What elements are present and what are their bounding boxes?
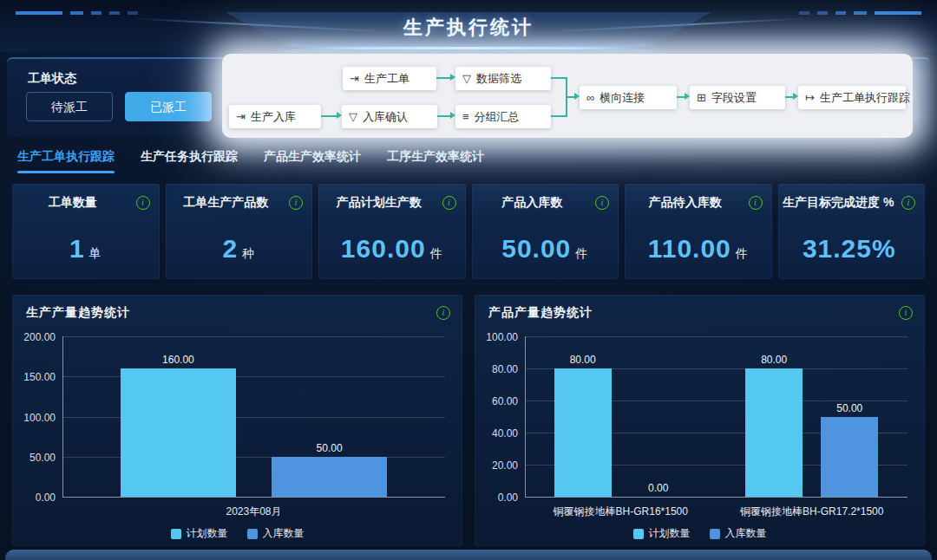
info-icon[interactable]: i [442,196,456,210]
gridline [62,336,445,337]
chart-title: 生产产量趋势统计 [26,305,130,321]
legend-item-入库数量[interactable]: 入库数量 [247,526,305,541]
bar-入库数量 [272,457,386,497]
legend-label: 入库数量 [725,526,767,541]
bar-value-label: 80.00 [537,354,629,366]
workflow-node-inbound-confirm[interactable]: ▽ 入库确认 [342,105,437,128]
gridline [62,417,445,418]
kpi-title: 产品入库数 [472,195,593,211]
info-icon[interactable]: i [595,196,609,210]
workflow-connector [785,96,793,98]
bar-value-label: 80.00 [728,354,820,366]
x-axis-line [525,497,908,498]
tab-process-efficiency[interactable]: 工序生产效率统计 [387,149,484,173]
y-axis-line [62,336,63,497]
chart-legend: 计划数量入库数量 [475,526,925,541]
bar-value-label: 160.00 [103,354,252,366]
dashboard-background: 生产执行统计 工单状态 待派工 已派工 待完成 ⇥ 生产工单 ▽ 数据筛选 ⇥ … [0,0,937,560]
chart-header: 生产产量趋势统计 i [26,305,450,321]
chart-panel-production-trend: 生产产量趋势统计 i 200.00150.00100.0050.000.0016… [12,295,462,546]
workflow-connector [677,96,685,98]
info-icon[interactable]: i [136,196,150,210]
workflow-node-label: 生产工单执行跟踪 [820,90,910,106]
chart-header: 产品产量趋势统计 i [488,305,913,321]
kpi-value: 110.00件 [625,234,772,264]
workflow-node-label: 分组汇总 [475,109,520,125]
y-axis-tick-label: 0.00 [476,492,518,504]
info-icon[interactable]: i [901,196,915,210]
kpi-title: 产品计划生产数 [318,195,440,211]
info-icon[interactable]: i [436,306,450,320]
report-tabs: 生产工单执行跟踪 生产任务执行跟踪 产品生产效率统计 工序生产效率统计 [17,149,484,173]
info-icon[interactable]: i [289,196,303,210]
workflow-node-output-tracking[interactable]: ↦ 生产工单执行跟踪 [798,86,906,109]
workflow-node-production-order[interactable]: ⇥ 生产工单 [343,67,436,90]
workflow-arrowhead [450,112,455,119]
legend-swatch [171,529,181,539]
y-axis-tick-label: 60.00 [476,395,518,407]
workflow-node-label: 横向连接 [600,90,645,106]
workflow-node-horizontal-join[interactable]: ∞ 横向连接 [580,86,677,109]
kpi-value: 31.25% [778,234,926,264]
kpi-card-order-count: 工单数量 i 1单 [12,184,160,279]
y-axis-tick-label: 100.00 [476,331,518,343]
legend-label: 计划数量 [649,526,691,541]
workflow-node-production-inbound[interactable]: ⇥ 生产入库 [229,105,321,128]
kpi-title: 产品待入库数 [625,195,746,211]
tab-product-efficiency[interactable]: 产品生产效率统计 [264,149,361,173]
bar-计划数量 [121,368,235,497]
chart-panel-product-trend: 产品产量趋势统计 i 100.0080.0060.0040.0020.000.0… [475,295,925,546]
workflow-node-field-settings[interactable]: ⊞ 字段设置 [690,86,785,109]
filter-icon: ▽ [462,72,471,85]
workflow-node-label: 生产入库 [251,109,296,125]
info-icon[interactable]: i [749,196,763,210]
filter-button[interactable]: 待派工 [26,92,113,121]
workflow-node-label: 生产工单 [364,71,410,87]
page-title: 生产执行统计 [0,15,937,41]
input-icon: ⇥ [236,110,246,123]
legend-item-入库数量[interactable]: 入库数量 [710,526,767,541]
kpi-value: 2种 [166,234,313,264]
y-axis-tick-label: 0.00 [14,492,56,504]
kpi-value: 160.00件 [318,234,466,264]
gridline [62,376,445,377]
info-icon[interactable]: i [899,306,913,320]
y-axis-tick-label: 150.00 [14,371,56,383]
workflow-node-group-summary[interactable]: ≡ 分组汇总 [455,105,551,128]
workflow-node-data-filter[interactable]: ▽ 数据筛选 [455,67,551,90]
workflow-arrowhead [450,74,455,81]
workflow-arrowhead [685,93,690,100]
legend-item-计划数量[interactable]: 计划数量 [633,526,691,541]
link-icon: ∞ [586,91,594,104]
legend-swatch [633,529,644,539]
y-axis-tick-label: 200.00 [14,331,56,343]
y-axis-line [525,336,526,497]
filter-button[interactable]: 已派工 [125,92,212,121]
kpi-title: 生产目标完成进度 % [778,195,900,211]
kpi-title: 工单数量 [12,195,134,211]
kpi-value: 1单 [12,234,160,264]
etl-workflow-overlay: ⇥ 生产工单 ▽ 数据筛选 ⇥ 生产入库 ▽ 入库确认 ≡ 分组汇总 ∞ 横向连… [222,54,913,138]
workflow-connector [566,96,574,98]
header-glow-line [286,47,651,49]
legend-item-计划数量[interactable]: 计划数量 [171,526,228,541]
legend-label: 入库数量 [263,526,305,541]
x-axis-line [62,497,445,498]
y-axis-tick-label: 20.00 [476,459,518,472]
y-axis-tick-label: 80.00 [476,363,518,375]
y-axis-tick-label: 100.00 [14,412,56,424]
filter-icon: ▽ [349,110,357,123]
y-axis-tick-label: 40.00 [476,427,518,440]
bar-计划数量 [745,368,803,497]
input-icon: ⇥ [350,72,359,85]
kpi-card-target-progress: 生产目标完成进度 % i 31.25% [778,184,926,279]
workflow-arrowhead [574,93,580,100]
kpi-title: 工单生产产品数 [166,195,287,211]
workflow-arrowhead [793,93,798,100]
filter-label: 工单状态 [28,71,76,87]
tab-task-tracking[interactable]: 生产任务执行跟踪 [141,149,238,173]
bar-chart-production-trend: 200.00150.00100.0050.000.00160.0050.0020… [12,321,462,546]
workflow-connector [321,115,338,117]
tab-work-order-tracking[interactable]: 生产工单执行跟踪 [17,149,115,173]
bar-chart-product-trend: 100.0080.0060.0040.0020.000.0080.000.00铜… [475,321,925,546]
